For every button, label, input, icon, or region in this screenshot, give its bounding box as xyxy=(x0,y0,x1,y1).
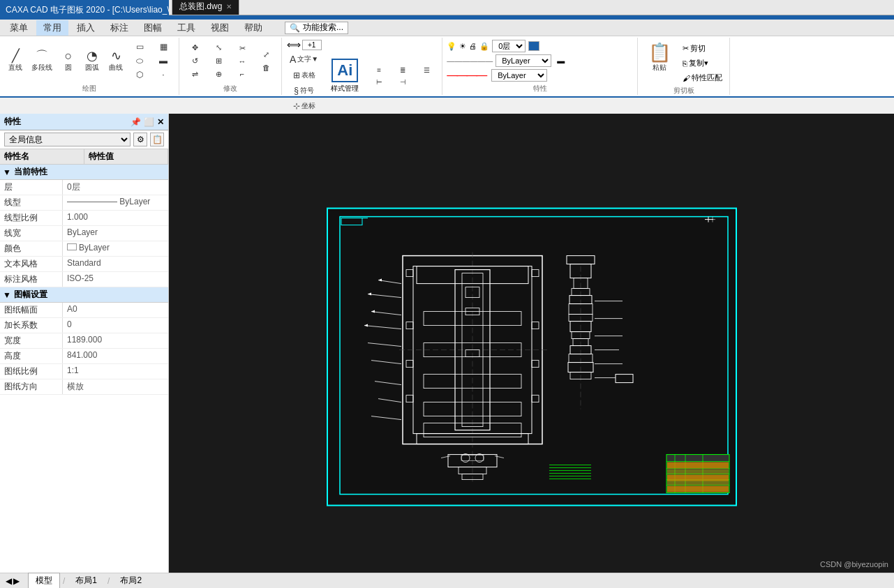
layout-tab-2[interactable]: 布局2 xyxy=(112,573,149,588)
props-row1: 💡 ☀ 🖨 🔒 0层 xyxy=(447,40,633,52)
circle-icon: ○ xyxy=(65,50,73,62)
tool-arc[interactable]: ◔ 圆弧 xyxy=(81,47,103,75)
ribbon-group-modify: ✥ ↺ ⇌ ⤡ ⊞ ⊕ ✂ ↔ ⌐ ⤢ 🗑 修改 xyxy=(179,38,282,95)
tool-paste[interactable]: 📋 粘贴 xyxy=(642,39,677,76)
linetype-select[interactable]: ByLayer xyxy=(496,54,551,67)
tool-delete[interactable]: 🗑 xyxy=(255,62,277,73)
search-icon: 🔍 xyxy=(290,23,300,33)
layout-tab-model[interactable]: 模型 xyxy=(28,573,60,588)
rotate-icon: ↺ xyxy=(192,56,198,66)
tool-polyline[interactable]: ⌒ 多段线 xyxy=(28,47,56,75)
dim2-icon: ⊣ xyxy=(400,78,406,86)
tool-point[interactable]: · xyxy=(152,68,174,81)
layout-tab-1[interactable]: 布局1 xyxy=(68,573,105,588)
modify-group-label: 修改 xyxy=(223,82,237,93)
prop-value-height: 841.000 xyxy=(63,349,168,363)
properties-dropdown-row: 全局信息 ⚙ 📋 xyxy=(0,130,168,149)
menu-item-shitu[interactable]: 视图 xyxy=(204,20,236,36)
tool-dim1[interactable]: ⊢ xyxy=(368,77,390,87)
tool-offset[interactable]: ⤢ xyxy=(255,49,277,61)
tool-ellipse[interactable]: ⬭ xyxy=(128,54,151,67)
menu-item-gongju[interactable]: 工具 xyxy=(170,20,202,36)
paste-icon: 📋 xyxy=(648,43,671,63)
tab-sep1: / xyxy=(63,576,65,586)
prop-value-orientation: 横放 xyxy=(63,379,168,394)
prop-name-color: 颜色 xyxy=(0,241,63,256)
close-panel-button[interactable]: ✕ xyxy=(157,117,164,127)
tool-circle[interactable]: ○ 圆 xyxy=(57,47,80,75)
properties-icon-btn2[interactable]: 📋 xyxy=(150,133,164,146)
tool-table[interactable]: ⊞ 表格 xyxy=(290,68,319,82)
main-drawing-area[interactable] xyxy=(169,114,894,573)
canvas-area[interactable] xyxy=(169,129,894,573)
tool-hatch[interactable]: ▦ xyxy=(152,40,174,53)
ribbon-group-clipboard: 📋 粘贴 ✂ 剪切 ⎘ 复制▾ 🖌 特性匹配 剪切板 xyxy=(638,38,730,95)
prop-row-textstyle: 文本风格 Standard xyxy=(0,257,168,272)
tool-fill[interactable]: ▬ xyxy=(152,54,174,67)
tool-rect[interactable]: ▭ xyxy=(128,40,151,53)
prop-row-width: 宽度 1189.000 xyxy=(0,333,168,349)
tool-text[interactable]: A 文字▼ xyxy=(286,52,322,67)
prop-value-width: 1189.000 xyxy=(63,333,168,348)
nav-next-button[interactable]: ▶ xyxy=(13,576,20,586)
tool-scale[interactable]: ⤡ xyxy=(207,42,230,54)
auto-hide-button[interactable]: ⬜ xyxy=(144,117,154,127)
bylayer-label1: —————— xyxy=(447,56,493,65)
collapse-current-icon[interactable]: ▼ xyxy=(3,167,11,177)
style-mgmt-icon: Ai xyxy=(331,59,358,82)
pin-button[interactable]: 📌 xyxy=(131,117,141,127)
tool-symbol[interactable]: § 符号 xyxy=(290,84,318,98)
tool-trim[interactable]: ✂ xyxy=(231,43,253,54)
tool-align-left[interactable]: ≡ xyxy=(368,65,390,75)
hatch-icon: ▦ xyxy=(160,42,167,52)
tool-copy[interactable]: ⎘ 复制▾ xyxy=(680,56,725,70)
tool-coord[interactable]: ⊹ 坐标 xyxy=(290,99,319,113)
drawing-tab-close[interactable]: ✕ xyxy=(226,3,232,10)
linewidth-select[interactable]: ByLayer xyxy=(491,69,547,82)
tool-align-right[interactable]: ☰ xyxy=(415,65,438,75)
tool-cut[interactable]: ✂ 剪切 xyxy=(680,42,725,55)
tool-mirror[interactable]: ⇌ xyxy=(184,68,206,80)
menu-item-bangzhu[interactable]: 帮助 xyxy=(237,20,269,36)
properties-scope-select[interactable]: 全局信息 xyxy=(4,133,131,146)
tool-fillet[interactable]: ⌐ xyxy=(231,68,253,80)
offset-icon: ⤢ xyxy=(263,50,269,59)
delete-icon: 🗑 xyxy=(262,63,270,72)
tool-line[interactable]: ╱ 直线 xyxy=(4,47,27,75)
ribbon: ╱ 直线 ⌒ 多段线 ○ 圆 ◔ 圆弧 ∿ 曲线 ▭ ⬭ xyxy=(0,36,894,98)
current-props-section: ▼ 当前特性 xyxy=(0,165,168,180)
menu-item-tufu[interactable]: 图幅 xyxy=(137,20,169,36)
drawing-tab-active[interactable]: 总装图.dwg ✕ xyxy=(172,0,239,15)
tool-rotate[interactable]: ↺ xyxy=(184,55,206,67)
tool-explode[interactable]: ⊕ xyxy=(207,68,230,80)
tool-dim2[interactable]: ⊣ xyxy=(392,77,414,87)
tool-align-center[interactable]: ≣ xyxy=(392,65,414,75)
nav-prev-button[interactable]: ◀ xyxy=(6,576,12,586)
props-row3: ———— ByLayer xyxy=(447,69,633,82)
menu-item-changyong[interactable]: 常用 xyxy=(36,20,68,36)
drawing-group-label: 绘图 xyxy=(82,82,96,93)
tool-move[interactable]: ✥ xyxy=(184,42,206,54)
props-table-header: 特性名 特性值 xyxy=(0,149,168,165)
array-icon: ⊞ xyxy=(216,56,222,66)
fillet-icon: ⌐ xyxy=(240,70,244,78)
light1-icon: 💡 xyxy=(447,42,456,51)
style-management[interactable]: Ai 样式管理 xyxy=(325,55,365,97)
menu-item-charu[interactable]: 插入 xyxy=(70,20,102,36)
prop-row-extfactor: 加长系数 0 xyxy=(0,318,168,333)
prop-row-scale: 图纸比例 1:1 xyxy=(0,364,168,379)
collapse-drawing-icon[interactable]: ▼ xyxy=(3,290,11,300)
prop-value-linescale: 1.000 xyxy=(63,211,168,225)
menu-item-biaozhu[interactable]: 标注 xyxy=(103,20,135,36)
layer-select[interactable]: 0层 xyxy=(492,40,526,52)
tool-polygon[interactable]: ⬡ xyxy=(128,68,151,81)
tool-array[interactable]: ⊞ xyxy=(207,55,230,67)
tool-curve[interactable]: ∿ 曲线 xyxy=(105,47,127,75)
properties-icon-btn1[interactable]: ⚙ xyxy=(133,133,147,146)
menu-item-cai[interactable]: 菜单 xyxy=(3,20,35,36)
tool-matchprop[interactable]: 🖌 特性匹配 xyxy=(680,71,725,84)
copy-icon: ⎘ xyxy=(683,59,687,68)
color-swatch[interactable] xyxy=(528,41,539,51)
tool-extend[interactable]: ↔ xyxy=(231,56,253,67)
copy-label: 复制▾ xyxy=(689,58,708,68)
